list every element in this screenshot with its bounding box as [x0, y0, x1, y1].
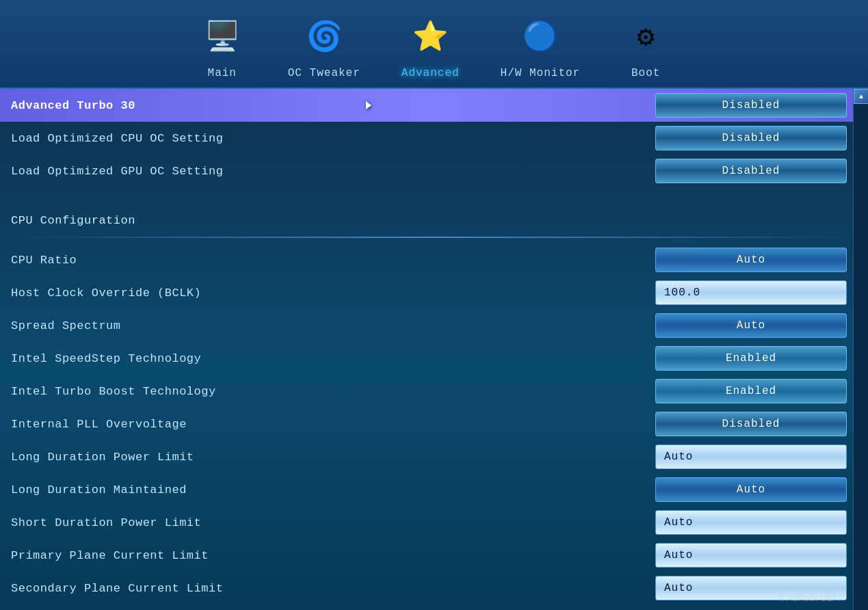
- val-divider: [649, 237, 853, 243]
- nav-item-hw-monitor[interactable]: 🔵 H/W Monitor: [501, 12, 581, 88]
- values-column: Disabled Disabled Disabled Auto 100.0 Au…: [649, 89, 853, 605]
- value-load-opt-gpu[interactable]: Disabled: [655, 159, 847, 183]
- value-advanced-turbo-30[interactable]: Disabled: [655, 93, 847, 118]
- nav-label-hw-monitor: H/W Monitor: [501, 67, 581, 79]
- nav-label-advanced: Advanced: [402, 67, 460, 79]
- hw-monitor-icon: 🔵: [516, 12, 565, 62]
- scrollbar[interactable]: ▲: [853, 89, 868, 610]
- value-turbo-boost[interactable]: Enabled: [655, 379, 847, 403]
- nav-label-boot: Boot: [631, 67, 660, 79]
- top-navigation: 🖥️ Main 🌀 OC Tweaker ⭐ Advanced 🔵 H/W Mo…: [0, 0, 868, 89]
- val-spacer1: [649, 187, 853, 204]
- value-row-load-opt-gpu[interactable]: Disabled: [649, 155, 853, 187]
- value-spread-spectrum[interactable]: Auto: [655, 313, 847, 338]
- value-row-long-dur-power[interactable]: Auto: [649, 440, 853, 473]
- nav-item-advanced[interactable]: ⭐ Advanced: [402, 12, 460, 88]
- value-row-turbo-boost[interactable]: Enabled: [649, 375, 853, 408]
- value-row-long-dur-maintained[interactable]: Auto: [649, 473, 853, 506]
- oc-tweaker-icon: 🌀: [300, 12, 349, 62]
- value-row-pll-overvoltage[interactable]: Disabled: [649, 408, 853, 440]
- value-speedstep[interactable]: Enabled: [655, 346, 847, 371]
- value-long-dur-power[interactable]: Auto: [655, 445, 847, 469]
- nav-item-main[interactable]: 🖥️ Main: [198, 12, 247, 88]
- boot-icon: ⚙️: [621, 12, 670, 62]
- value-primary-plane[interactable]: Auto: [655, 543, 847, 568]
- value-cpu-ratio[interactable]: Auto: [655, 248, 847, 272]
- value-row-cpu-ratio[interactable]: Auto: [649, 243, 853, 276]
- value-host-clock[interactable]: 100.0: [655, 280, 847, 305]
- value-row-primary-plane[interactable]: Auto: [649, 539, 853, 572]
- scrollbar-up-button[interactable]: ▲: [854, 89, 868, 104]
- value-row-load-opt-cpu[interactable]: Disabled: [649, 122, 853, 155]
- value-row-speedstep[interactable]: Enabled: [649, 342, 853, 375]
- value-row-host-clock[interactable]: 100.0: [649, 276, 853, 309]
- nav-label-main: Main: [208, 67, 237, 79]
- watermark: © A5Rock UEFI: [778, 593, 841, 603]
- nav-item-boot[interactable]: ⚙️ Boot: [621, 12, 670, 88]
- nav-label-oc-tweaker: OC Tweaker: [288, 67, 360, 79]
- content-area: Advanced Turbo 30 Load Optimized CPU OC …: [0, 89, 868, 610]
- value-load-opt-cpu[interactable]: Disabled: [655, 126, 847, 150]
- value-short-dur-power[interactable]: Auto: [655, 510, 847, 535]
- main-icon: 🖥️: [198, 12, 247, 62]
- advanced-icon: ⭐: [406, 12, 455, 62]
- value-row-spread-spectrum[interactable]: Auto: [649, 309, 853, 342]
- value-pll-overvoltage[interactable]: Disabled: [655, 412, 847, 436]
- value-row-advanced-turbo-30[interactable]: Disabled: [649, 89, 853, 122]
- val-row-cpu-config-header: [649, 204, 853, 237]
- value-long-dur-maintained[interactable]: Auto: [655, 477, 847, 502]
- nav-item-oc-tweaker[interactable]: 🌀 OC Tweaker: [288, 12, 360, 88]
- value-row-short-dur-power[interactable]: Auto: [649, 506, 853, 539]
